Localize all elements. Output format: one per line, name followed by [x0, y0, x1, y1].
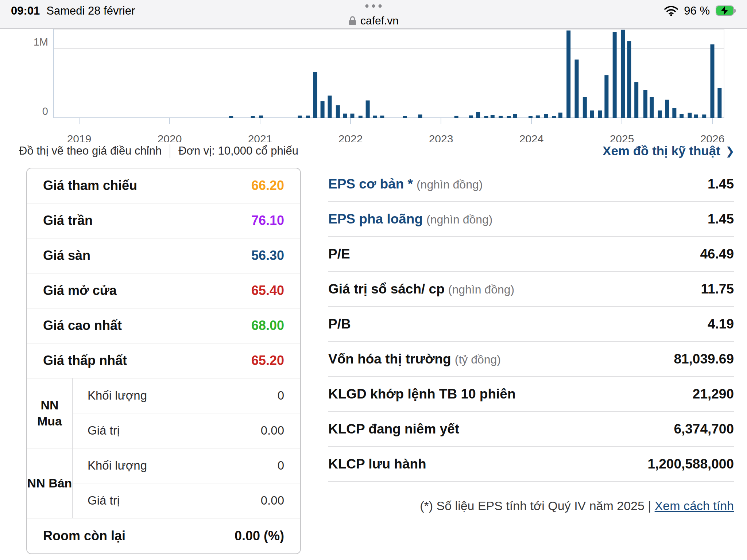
- eps-basic-link[interactable]: EPS cơ bản *: [328, 176, 413, 191]
- metric-row-outstanding-shares: KLCP lưu hành 1,200,588,000: [328, 447, 734, 482]
- battery-charging-icon: [716, 5, 738, 16]
- svg-text:2020: 2020: [158, 133, 182, 142]
- foreign-sell-block: NN Bán Khối lượng 0 Giá trị 0.00: [27, 448, 300, 518]
- metric-row-eps-basic: EPS cơ bản *(nghìn đồng) 1.45: [328, 167, 734, 202]
- table-row-floor-price: Giá sàn 56.30: [27, 238, 300, 273]
- foreign-buy-value-row: Giá trị 0.00: [73, 413, 300, 448]
- adjusted-price-note: Đồ thị vẽ theo giá điều chỉnh: [19, 144, 162, 158]
- chart-caption-row: Đồ thị vẽ theo giá điều chỉnh Đơn vị: 10…: [19, 144, 735, 158]
- eps-footnote: (*) Số liệu EPS tính tới Quý IV năm 2025…: [328, 499, 734, 513]
- foreign-sell-title: NN Bán: [27, 448, 73, 518]
- wifi-icon: [664, 6, 678, 16]
- status-left: 09:01 Samedi 28 février: [11, 4, 135, 18]
- metric-row-pe: P/E 46.49: [328, 237, 734, 272]
- page-menu-dots-icon[interactable]: [365, 4, 382, 8]
- table-row-open-price: Giá mở cửa 65.40: [27, 273, 300, 308]
- chevron-right-icon: ❯: [725, 145, 735, 158]
- unit-note: Đơn vị: 10,000 cổ phiếu: [178, 144, 298, 158]
- technical-chart-link[interactable]: Xem đồ thị kỹ thuật ❯: [603, 144, 735, 158]
- lock-icon: [348, 16, 357, 26]
- foreign-buy-title: NN Mua: [27, 378, 73, 448]
- svg-text:2021: 2021: [248, 133, 272, 142]
- volume-bar-chart[interactable]: 01M20192020202120222023202420252026: [0, 28, 747, 142]
- foreign-buy-block: NN Mua Khối lượng 0 Giá trị 0.00: [27, 378, 300, 448]
- table-row-highest-price: Giá cao nhất 68.00: [27, 308, 300, 343]
- eps-diluted-link[interactable]: EPS pha loãng: [328, 211, 423, 226]
- room-remaining-row: Room còn lại 0.00 (%): [27, 518, 300, 553]
- foreign-sell-value-row: Giá trị 0.00: [73, 483, 300, 518]
- svg-text:0: 0: [42, 105, 48, 117]
- metric-row-eps-diluted: EPS pha loãng(nghìn đồng) 1.45: [328, 202, 734, 237]
- metric-row-listed-shares: KLCP đang niêm yết 6,374,700: [328, 412, 734, 447]
- address-bar[interactable]: cafef.vn: [348, 15, 399, 27]
- date-label: Samedi 28 février: [46, 4, 135, 18]
- chart-notes: Đồ thị vẽ theo giá điều chỉnh Đơn vị: 10…: [19, 144, 298, 158]
- clock: 09:01: [11, 4, 40, 18]
- caption-divider: [170, 144, 170, 158]
- svg-text:2022: 2022: [338, 133, 363, 142]
- table-row-reference-price: Giá tham chiếu 66.20: [27, 168, 300, 203]
- battery-percent: 96 %: [684, 4, 710, 18]
- valuation-metrics: EPS cơ bản *(nghìn đồng) 1.45 EPS pha lo…: [328, 167, 734, 513]
- foreign-sell-volume-row: Khối lượng 0: [73, 448, 300, 483]
- metric-row-pb: P/B 4.19: [328, 307, 734, 342]
- metric-row-market-cap: Vốn hóa thị trường(tỷ đồng) 81,039.69: [328, 342, 734, 377]
- svg-text:2019: 2019: [67, 133, 92, 142]
- svg-text:1M: 1M: [34, 36, 48, 48]
- eps-method-link[interactable]: Xem cách tính: [655, 499, 734, 513]
- metric-row-avg-volume: KLGD khớp lệnh TB 10 phiên 21,290: [328, 377, 734, 412]
- status-bar: 09:01 Samedi 28 février cafef.vn 96 %: [0, 0, 747, 29]
- price-summary-card: Giá tham chiếu 66.20 Giá trần 76.10 Giá …: [26, 168, 301, 554]
- metric-row-book-value: Giá trị sổ sách/ cp(nghìn đồng) 11.75: [328, 272, 734, 307]
- table-row-lowest-price: Giá thấp nhất 65.20: [27, 343, 300, 378]
- svg-text:2026: 2026: [700, 133, 725, 142]
- svg-text:2025: 2025: [610, 133, 634, 142]
- table-row-ceiling-price: Giá trần 76.10: [27, 203, 300, 238]
- foreign-buy-volume-row: Khối lượng 0: [73, 378, 300, 413]
- svg-text:2023: 2023: [429, 133, 453, 142]
- charging-bolt-icon: [720, 6, 730, 15]
- svg-text:2024: 2024: [519, 133, 544, 142]
- status-right: 96 %: [664, 4, 738, 18]
- url-text: cafef.vn: [360, 15, 399, 27]
- ipad-safari-screen: 09:01 Samedi 28 février cafef.vn 96 %: [0, 0, 747, 560]
